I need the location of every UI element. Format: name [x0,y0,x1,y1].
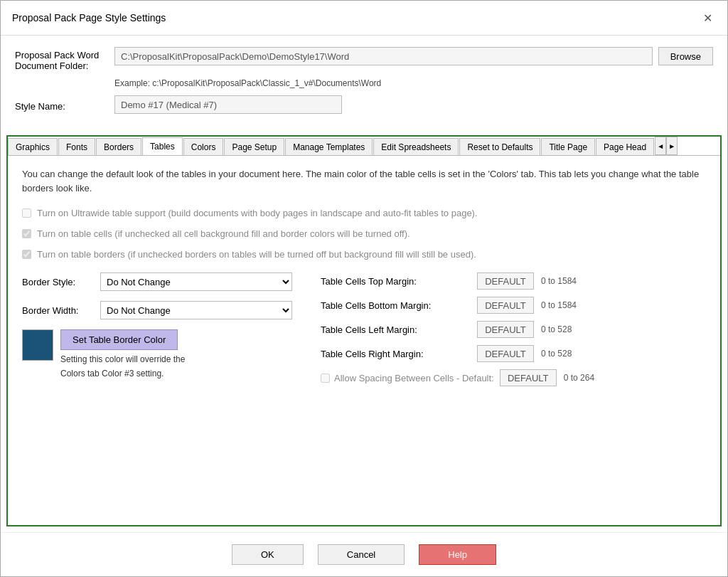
tables-description: You can change the default look of the t… [22,167,706,195]
border-style-select[interactable]: Do Not Change Single Double Dashed [100,272,292,291]
form-area: Proposal Pack WordDocument Folder: Brows… [1,36,727,135]
spacing-label: Allow Spacing Between Cells - Default: [334,373,494,383]
right-margin-range: 0 to 528 [541,349,572,359]
bottom-margin-range: 0 to 1584 [541,300,577,310]
settings-grid: Border Style: Do Not Change Single Doubl… [22,272,706,386]
color-swatch-area: Set Table Border Color Setting this colo… [22,329,292,379]
title-bar: Proposal Pack Page Style Settings ✕ [1,1,727,36]
tab-fonts[interactable]: Fonts [58,138,95,156]
tab-graphics[interactable]: Graphics [8,138,58,156]
left-margin-input[interactable] [477,321,534,338]
top-margin-input[interactable] [477,272,534,290]
bottom-bar: OK Cancel Help [1,532,727,576]
color-note-line2: Colors tab Color #3 setting. [60,369,185,379]
bottom-margin-label: Table Cells Bottom Margin: [321,300,477,311]
top-margin-label: Table Cells Top Margin: [321,276,477,287]
tab-edit-spreadsheets[interactable]: Edit Spreadsheets [373,138,459,156]
left-margin-range: 0 to 528 [541,324,572,334]
tab-page-head[interactable]: Page Head [596,138,654,156]
right-settings: Table Cells Top Margin: 0 to 1584 Table … [321,272,706,386]
right-margin-label: Table Cells Right Margin: [321,349,477,359]
checkbox-cells[interactable] [22,229,31,238]
cancel-button[interactable]: Cancel [318,544,405,565]
top-margin-row: Table Cells Top Margin: 0 to 1584 [321,272,706,290]
checkbox-spacing[interactable] [321,374,330,383]
border-style-row: Border Style: Do Not Change Single Doubl… [22,272,292,291]
browse-button[interactable]: Browse [658,47,713,65]
color-note-line1: Setting this color will override the [60,354,185,364]
border-width-label: Border Width: [22,305,100,316]
tab-colors[interactable]: Colors [183,138,224,156]
tab-borders[interactable]: Borders [96,138,141,156]
tab-page-setup[interactable]: Page Setup [224,138,284,156]
checkbox-ultrawide-label: Turn on Ultrawide table support (build d… [37,208,478,218]
right-margin-input[interactable] [477,345,534,362]
bottom-margin-row: Table Cells Bottom Margin: 0 to 1584 [321,297,706,314]
spacing-row: Allow Spacing Between Cells - Default:0 … [321,369,706,386]
folder-label: Proposal Pack WordDocument Folder: [15,47,114,71]
style-name-input[interactable] [114,95,342,114]
tab-reset-to-defaults[interactable]: Reset to Defaults [459,138,540,156]
checkbox-borders-row: Turn on table borders (if unchecked bord… [22,249,706,260]
color-swatch[interactable] [22,329,53,361]
tab-scroll-next[interactable]: ► [666,137,678,155]
tab-title-page[interactable]: Title Page [541,138,595,156]
dialog-title: Proposal Pack Page Style Settings [12,12,166,23]
tabs-container: Graphics Fonts Borders Tables Colors Pag… [6,135,722,526]
folder-input[interactable] [114,47,653,65]
example-text: Example: c:\ProposalKit\ProposalPack\Cla… [114,78,713,88]
tab-tables[interactable]: Tables [142,137,183,156]
border-width-select[interactable]: Do Not Change 0.5pt 1pt 1.5pt 2pt [100,301,292,319]
left-margin-label: Table Cells Left Margin: [321,324,477,335]
spacing-range: 0 to 264 [564,373,594,383]
checkbox-cells-label: Turn on table cells (if unchecked all ce… [37,228,410,239]
left-margin-row: Table Cells Left Margin: 0 to 528 [321,321,706,338]
checkbox-ultrawide[interactable] [22,208,31,218]
border-width-row: Border Width: Do Not Change 0.5pt 1pt 1.… [22,301,292,319]
checkbox-ultrawide-row: Turn on Ultrawide table support (build d… [22,208,706,218]
left-settings: Border Style: Do Not Change Single Doubl… [22,272,292,386]
style-name-row: Style Name: [15,95,713,114]
tab-manage-templates[interactable]: Manage Templates [285,138,373,156]
right-margin-row: Table Cells Right Margin: 0 to 528 [321,345,706,362]
close-button[interactable]: ✕ [699,9,716,26]
tab-bar: Graphics Fonts Borders Tables Colors Pag… [8,137,720,156]
top-margin-range: 0 to 1584 [541,276,577,286]
checkbox-borders-label: Turn on table borders (if unchecked bord… [37,249,476,260]
set-table-border-color-button[interactable]: Set Table Border Color [60,329,178,350]
spacing-input[interactable] [500,369,557,386]
border-style-label: Border Style: [22,277,100,287]
style-name-label: Style Name: [15,98,114,112]
checkbox-cells-row: Turn on table cells (if unchecked all ce… [22,228,706,239]
color-btn-area: Set Table Border Color Setting this colo… [60,329,185,379]
ok-button[interactable]: OK [232,544,304,565]
bottom-margin-input[interactable] [477,297,534,314]
main-dialog: Proposal Pack Page Style Settings ✕ Prop… [0,0,728,577]
help-button[interactable]: Help [419,544,496,565]
tables-tab-content: You can change the default look of the t… [8,156,720,525]
folder-row: Proposal Pack WordDocument Folder: Brows… [15,47,713,71]
checkbox-borders[interactable] [22,250,31,259]
tab-scroll-prev[interactable]: ◄ [655,137,666,155]
